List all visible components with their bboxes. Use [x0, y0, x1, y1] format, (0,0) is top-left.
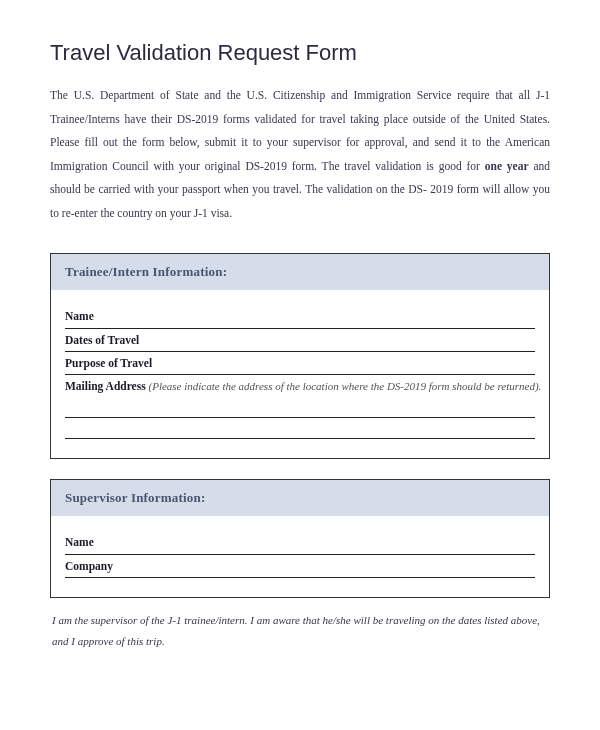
intro-bold: one year — [485, 160, 529, 172]
supervisor-section-header: Supervisor Information: — [51, 480, 549, 516]
intro-paragraph: The U.S. Department of State and the U.S… — [50, 84, 550, 225]
company-field[interactable]: Company — [65, 556, 535, 578]
trainee-section-body: Name Dates of Travel Purpose of Travel M… — [51, 290, 549, 458]
intro-text-1: The U.S. Department of State and the U.S… — [50, 89, 550, 172]
supervisor-section-body: Name Company — [51, 516, 549, 597]
mailing-hint: (Please indicate the address of the loca… — [149, 380, 542, 392]
form-title: Travel Validation Request Form — [50, 40, 550, 66]
supervisor-name-field[interactable]: Name — [65, 532, 535, 554]
name-field[interactable]: Name — [65, 306, 535, 328]
trainee-section-header: Trainee/Intern Information: — [51, 254, 549, 290]
dates-field[interactable]: Dates of Travel — [65, 330, 535, 352]
mailing-field[interactable]: Mailing Address (Please indicate the add… — [65, 376, 535, 397]
trainee-section: Trainee/Intern Information: Name Dates o… — [50, 253, 550, 459]
mailing-line-2[interactable] — [65, 419, 535, 439]
purpose-field[interactable]: Purpose of Travel — [65, 353, 535, 375]
mailing-label: Mailing Address — [65, 380, 146, 392]
mailing-line-1[interactable] — [65, 398, 535, 418]
supervisor-section: Supervisor Information: Name Company — [50, 479, 550, 598]
supervisor-statement: I am the supervisor of the J-1 trainee/i… — [50, 610, 550, 652]
